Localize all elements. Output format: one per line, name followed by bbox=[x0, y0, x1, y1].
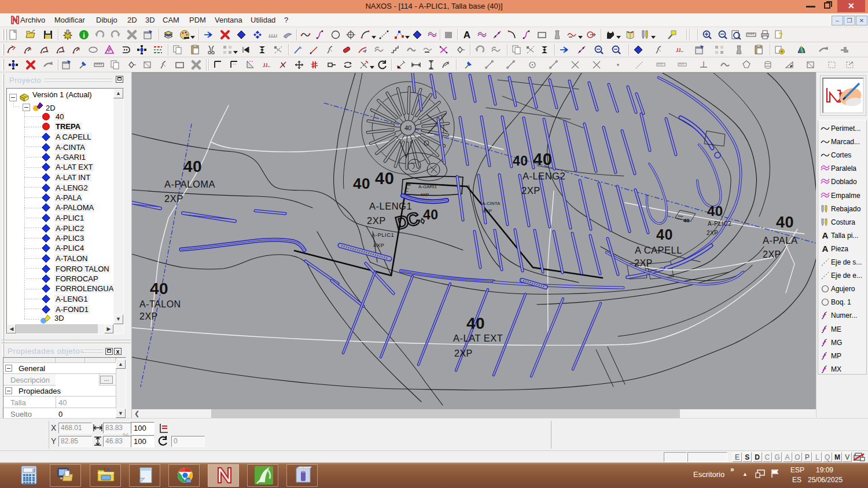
svg-text:40: 40 bbox=[353, 175, 370, 192]
svg-text:?: ? bbox=[778, 31, 783, 39]
svg-text:40: 40 bbox=[375, 169, 394, 188]
svg-text:40: 40 bbox=[656, 226, 673, 243]
svg-text:2XP: 2XP bbox=[521, 185, 540, 196]
svg-text:A CAPELL: A CAPELL bbox=[635, 245, 682, 255]
svg-text:A-PALA: A-PALA bbox=[763, 235, 797, 245]
svg-text:40: 40 bbox=[707, 203, 723, 219]
svg-text:40: 40 bbox=[776, 214, 794, 231]
svg-text:2XP: 2XP bbox=[707, 230, 718, 236]
svg-text:40: 40 bbox=[404, 124, 411, 131]
svg-text:A-PALOMA: A-PALOMA bbox=[164, 179, 215, 189]
svg-text:i: i bbox=[83, 31, 85, 39]
svg-text:A-GARI1: A-GARI1 bbox=[418, 184, 437, 189]
svg-text:A: A bbox=[464, 30, 470, 40]
svg-text:4XP: 4XP bbox=[373, 242, 384, 248]
svg-text:A-LENG1: A-LENG1 bbox=[369, 201, 412, 211]
svg-text:0: 0 bbox=[32, 468, 35, 472]
svg-text:2XP: 2XP bbox=[763, 249, 781, 259]
svg-text:A-LENG2: A-LENG2 bbox=[523, 171, 565, 181]
svg-text:2XP: 2XP bbox=[634, 258, 653, 268]
svg-text:A-PLIC1: A-PLIC1 bbox=[372, 232, 394, 238]
svg-text:40: 40 bbox=[466, 314, 485, 332]
svg-text:40: 40 bbox=[407, 183, 411, 186]
svg-text:2XP: 2XP bbox=[454, 348, 473, 358]
svg-text:2XP: 2XP bbox=[367, 215, 386, 226]
svg-text:A: A bbox=[822, 231, 829, 240]
svg-text:8XP: 8XP bbox=[483, 208, 492, 214]
svg-text:A-CINTA: A-CINTA bbox=[482, 201, 501, 206]
svg-text:A-PLIC2: A-PLIC2 bbox=[708, 221, 731, 227]
svg-text:2XP: 2XP bbox=[139, 311, 158, 321]
svg-text:4XP: 4XP bbox=[420, 192, 429, 197]
svg-text:40: 40 bbox=[533, 150, 552, 168]
svg-text:40: 40 bbox=[150, 280, 168, 298]
svg-text:A: A bbox=[822, 244, 829, 254]
svg-text:A-LAT EXT: A-LAT EXT bbox=[453, 333, 503, 343]
svg-text:40: 40 bbox=[683, 217, 690, 223]
svg-text:A-TALON: A-TALON bbox=[139, 299, 181, 309]
svg-text:40: 40 bbox=[183, 157, 202, 175]
svg-text:2XP: 2XP bbox=[164, 193, 183, 204]
svg-text:40: 40 bbox=[423, 207, 439, 222]
svg-text:40: 40 bbox=[513, 153, 528, 168]
